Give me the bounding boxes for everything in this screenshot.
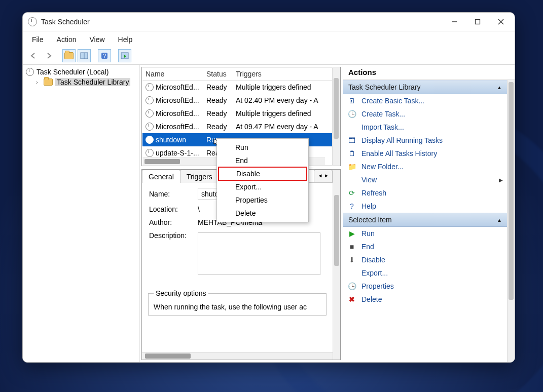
ctx-export[interactable]: Export... [217,180,308,193]
chevron-right-icon: ▶ [499,177,503,183]
v-scrollbar[interactable] [507,80,515,362]
svg-rect-1 [476,20,480,24]
security-legend: Security options [154,289,208,297]
arrow-left-icon [30,52,37,59]
nav-forward-button[interactable] [42,49,55,62]
folder-icon: 📁 [347,163,356,171]
svg-text:?: ? [103,53,106,59]
tree-library[interactable]: › Task Scheduler Library [24,77,138,87]
close-button[interactable] [489,14,513,30]
task-row[interactable]: MicrosoftEd... Ready At 02.40 PM every d… [142,94,332,107]
arrow-right-icon [45,52,52,59]
clock-icon [146,149,154,157]
col-status[interactable]: Status [206,70,236,78]
action-run[interactable]: ▶Run [343,227,507,240]
scroll-thumb[interactable] [334,78,339,139]
ctx-properties[interactable]: Properties [217,193,308,207]
tab-overflow[interactable]: ◄ ► [314,170,333,182]
minimize-icon [451,19,457,25]
clock-icon [146,109,154,117]
action-refresh[interactable]: ⟳Refresh [343,186,507,200]
scroll-thumb[interactable] [509,82,514,300]
scroll-thumb[interactable] [334,195,339,266]
toolbar-panes-button[interactable] [78,49,91,62]
maximize-button[interactable] [466,14,489,30]
h-scrollbar[interactable] [142,352,333,360]
action-help[interactable]: ?Help [343,200,507,213]
col-triggers[interactable]: Triggers [236,70,329,78]
label-description: Description: [149,231,198,240]
help-icon: ? [101,52,108,59]
label-name: Name: [149,190,198,198]
col-name[interactable]: Name [146,70,206,78]
scroll-thumb[interactable] [145,354,191,359]
props-icon: 🕒 [347,282,356,290]
clock-icon [146,123,154,131]
action-import-task[interactable]: Import Task... [343,121,507,134]
actions-title: Actions [343,65,515,80]
field-description[interactable] [198,232,320,275]
menu-action[interactable]: Action [55,34,79,45]
toolbar: ? [23,48,515,65]
task-row[interactable]: MicrosoftEd... Ready Multiple triggers d… [142,81,332,94]
help-icon: ? [347,202,356,210]
refresh-icon: ⟳ [347,189,356,197]
action-create-task[interactable]: 🕒Create Task... [343,107,507,121]
expand-icon[interactable]: › [36,79,41,85]
action-delete[interactable]: ✖Delete [343,293,507,306]
running-icon: 🗔 [347,136,356,144]
tab-triggers[interactable]: Triggers [180,170,219,183]
scroll-thumb[interactable] [144,159,180,164]
collapse-icon: ▲ [497,85,502,90]
ctx-disable[interactable]: Disable [218,167,307,181]
nav-back-button[interactable] [27,49,40,62]
action-props[interactable]: 🕒Properties [343,280,507,293]
action-export[interactable]: Export... [343,266,507,280]
tab-general[interactable]: General [142,170,180,183]
toolbar-preview-button[interactable] [118,49,131,62]
task-scheduler-window: Task Scheduler File Action View Help ? [22,12,515,363]
section-library[interactable]: Task Scheduler Library ▲ [343,80,507,94]
center-pane: Name Status Triggers MicrosoftEd... Read… [139,65,343,362]
folder-icon [64,52,74,59]
menubar: File Action View Help [23,31,515,48]
action-view[interactable]: View▶ [343,173,507,186]
toolbar-help-button[interactable]: ? [98,49,111,62]
label-author: Author: [149,218,198,226]
window-title: Task Scheduler [41,18,443,26]
clock-icon [146,83,154,91]
label-location: Location: [149,205,198,213]
history-icon: 🗒 [347,149,356,158]
task-row[interactable]: MicrosoftEd... Ready Multiple triggers d… [142,107,332,120]
clock-icon [146,96,154,104]
action-display-running[interactable]: 🗔Display All Running Tasks [343,134,507,147]
action-create-basic-task[interactable]: 🗓Create Basic Task... [343,94,507,107]
task-icon: 🕒 [347,110,356,118]
close-icon [498,19,504,25]
v-scrollbar[interactable] [332,68,340,165]
minimize-button[interactable] [443,14,466,30]
menu-file[interactable]: File [30,34,46,45]
action-enable-history[interactable]: 🗒Enable All Tasks History [343,147,507,160]
action-end[interactable]: ■End [343,240,507,253]
ctx-run[interactable]: Run [217,141,308,154]
section-selected[interactable]: Selected Item ▲ [343,213,507,227]
action-disable[interactable]: ⬇Disable [343,253,507,266]
menu-help[interactable]: Help [116,34,135,45]
ctx-end[interactable]: End [217,154,308,167]
v-scrollbar[interactable] [333,170,340,360]
clock-icon [146,136,154,144]
maximize-icon [475,19,481,25]
tree-root[interactable]: Task Scheduler (Local) [24,67,138,77]
task-row[interactable]: MicrosoftEd... Ready At 09.47 PM every d… [142,120,332,133]
action-new-folder[interactable]: 📁New Folder... [343,160,507,173]
basic-task-icon: 🗓 [347,97,356,105]
menu-view[interactable]: View [87,34,106,45]
clock-icon [26,68,34,76]
context-menu: Run End Disable Export... Properties Del… [216,138,309,222]
preview-icon [121,52,129,59]
task-list-header[interactable]: Name Status Triggers [142,68,332,81]
panes-icon [80,52,88,59]
ctx-delete[interactable]: Delete [217,207,308,220]
toolbar-folder-button[interactable] [62,49,76,62]
